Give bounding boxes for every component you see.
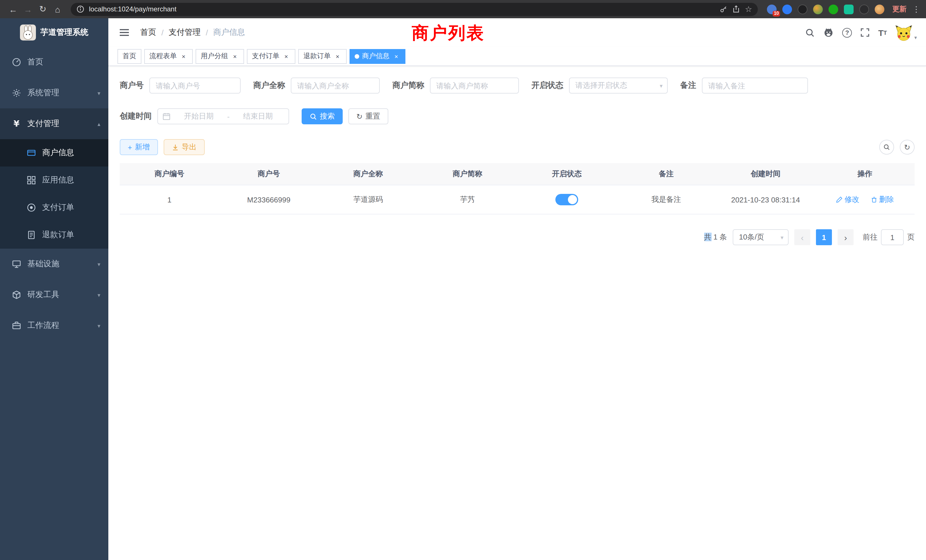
export-button[interactable]: 导出 xyxy=(163,139,204,155)
tab-process-form[interactable]: 流程表单 × xyxy=(144,49,193,64)
next-page-button[interactable]: › xyxy=(838,229,853,245)
github-icon[interactable] xyxy=(823,27,834,38)
add-button[interactable]: + 新增 xyxy=(120,139,158,155)
filter-short-name: 商户简称 xyxy=(392,77,519,94)
chevron-down-icon: ▾ xyxy=(97,292,100,298)
share-icon[interactable] xyxy=(732,5,740,13)
status-toggle[interactable] xyxy=(555,194,578,205)
table-toolbar: + 新增 导出 xyxy=(120,139,915,155)
filter-status: 开启状态 请选择开启状态 ▾ xyxy=(531,77,668,94)
remark-input[interactable] xyxy=(702,77,808,94)
merchant-no-input[interactable] xyxy=(150,77,241,94)
sidebar-item-merchant-info[interactable]: 商户信息 xyxy=(0,139,108,166)
refresh-icon: ↻ xyxy=(356,112,363,121)
col-remark: 备注 xyxy=(617,163,716,185)
chevron-down-icon: ▾ xyxy=(660,82,663,89)
chevron-down-icon: ▾ xyxy=(781,234,784,241)
add-button-label: 新增 xyxy=(135,142,150,152)
monitor-icon xyxy=(11,259,22,269)
end-date-placeholder[interactable]: 结束日期 xyxy=(232,111,284,121)
help-icon[interactable]: ? xyxy=(842,28,852,37)
grid-icon xyxy=(26,176,36,185)
tab-payment-orders[interactable]: 支付订单 × xyxy=(247,49,295,64)
filter-label: 创建时间 xyxy=(120,111,152,121)
pagination-total: 共 1 条 xyxy=(704,232,727,242)
browser-reload-icon[interactable]: ↻ xyxy=(35,2,50,16)
sidebar-item-system-management[interactable]: 系统管理 ▾ xyxy=(0,77,108,108)
status-select[interactable]: 请选择开启状态 ▾ xyxy=(569,77,668,94)
col-merchant-no: 商户号 xyxy=(219,163,319,185)
tab-close-icon[interactable]: × xyxy=(282,52,290,60)
sidebar-item-payment-orders[interactable]: 支付订单 xyxy=(0,194,108,221)
page-info-icon[interactable] xyxy=(76,5,85,13)
profile-avatar-icon[interactable] xyxy=(875,4,884,14)
extension-icon-1[interactable]: 10 xyxy=(767,4,776,14)
edit-link[interactable]: 修改 xyxy=(836,194,859,205)
date-range-picker[interactable]: 开始日期 - 结束日期 xyxy=(157,108,289,124)
refresh-table-icon-button[interactable]: ↻ xyxy=(900,140,915,154)
full-name-input[interactable] xyxy=(291,77,380,94)
sidebar-toggle-icon[interactable] xyxy=(118,27,131,38)
search-button[interactable]: 搜索 xyxy=(302,108,343,124)
extension-icon-4[interactable] xyxy=(813,4,823,14)
goto-page-input[interactable] xyxy=(881,229,904,245)
cell-full-name: 芋道源码 xyxy=(318,185,418,214)
tab-merchant-info[interactable]: 商户信息 × xyxy=(350,49,406,64)
extension-icon-7[interactable] xyxy=(859,4,869,14)
delete-link[interactable]: 删除 xyxy=(870,194,894,205)
show-search-icon-button[interactable] xyxy=(879,140,894,154)
tab-close-icon[interactable]: × xyxy=(231,52,239,60)
search-icon xyxy=(310,113,317,120)
tab-home[interactable]: 首页 xyxy=(118,49,141,64)
avatar-dropdown-caret-icon[interactable]: ▾ xyxy=(914,35,917,41)
sidebar-item-home[interactable]: 首页 xyxy=(0,47,108,77)
pagination: 共 1 条 10条/页 ▾ ‹ 1 › 前往 页 xyxy=(120,229,915,245)
trash-icon xyxy=(870,196,877,203)
browser-forward-icon[interactable]: → xyxy=(21,2,35,16)
browser-menu-icon[interactable]: ⋮ xyxy=(912,5,920,14)
tab-close-icon[interactable]: × xyxy=(334,52,342,60)
start-date-placeholder[interactable]: 开始日期 xyxy=(173,111,225,121)
password-key-icon[interactable] xyxy=(720,5,728,13)
document-icon xyxy=(26,230,36,239)
sidebar-item-infrastructure[interactable]: 基础设施 ▾ xyxy=(0,249,108,279)
extension-icon-3[interactable] xyxy=(798,4,807,14)
bookmark-star-icon[interactable]: ☆ xyxy=(745,5,752,14)
page-size-select[interactable]: 10条/页 ▾ xyxy=(733,229,788,245)
user-avatar[interactable]: ▾ xyxy=(896,24,917,41)
breadcrumb-payment[interactable]: 支付管理 xyxy=(169,27,201,38)
sidebar-submenu-payment: 商户信息 应用信息 xyxy=(0,139,108,249)
extension-icon-5[interactable] xyxy=(829,4,838,14)
page-number-1[interactable]: 1 xyxy=(816,229,832,245)
fullscreen-icon[interactable] xyxy=(861,28,870,37)
sidebar-item-dev-tools[interactable]: 研发工具 ▾ xyxy=(0,279,108,310)
sidebar-item-refund-orders[interactable]: 退款订单 xyxy=(0,221,108,249)
short-name-input[interactable] xyxy=(430,77,519,94)
browser-back-icon[interactable]: ← xyxy=(6,2,21,16)
sidebar-item-payment-management[interactable]: ¥ 支付管理 ▴ xyxy=(0,108,108,139)
gear-icon xyxy=(11,88,22,97)
sidebar-item-app-info[interactable]: 应用信息 xyxy=(0,166,108,194)
search-button-label: 搜索 xyxy=(320,111,335,121)
browser-update-button[interactable]: 更新 xyxy=(892,4,906,14)
extension-icon-6[interactable] xyxy=(844,4,853,14)
tab-user-group[interactable]: 用户分组 × xyxy=(195,49,244,64)
reset-button[interactable]: ↻ 重置 xyxy=(348,108,388,124)
tab-close-icon[interactable]: × xyxy=(392,52,400,60)
tab-close-icon[interactable]: × xyxy=(180,52,188,60)
search-icon[interactable] xyxy=(805,28,815,37)
browser-home-icon[interactable]: ⌂ xyxy=(50,2,65,16)
prev-page-button[interactable]: ‹ xyxy=(794,229,810,245)
tab-refund-orders[interactable]: 退款订单 × xyxy=(298,49,346,64)
delete-label: 删除 xyxy=(879,194,894,205)
sidebar-item-workflow[interactable]: 工作流程 ▾ xyxy=(0,310,108,341)
extension-icon-2[interactable] xyxy=(782,4,792,14)
cell-actions: 修改 删除 xyxy=(816,185,915,214)
address-bar[interactable]: localhost:1024/pay/merchant ☆ xyxy=(71,3,758,16)
app-logo[interactable]: 芋道管理系统 xyxy=(0,18,108,47)
calendar-icon xyxy=(162,112,171,120)
breadcrumb-separator: / xyxy=(161,28,163,37)
font-size-icon[interactable]: TT xyxy=(878,28,887,37)
cell-remark: 我是备注 xyxy=(617,185,716,214)
breadcrumb-home[interactable]: 首页 xyxy=(140,27,156,38)
